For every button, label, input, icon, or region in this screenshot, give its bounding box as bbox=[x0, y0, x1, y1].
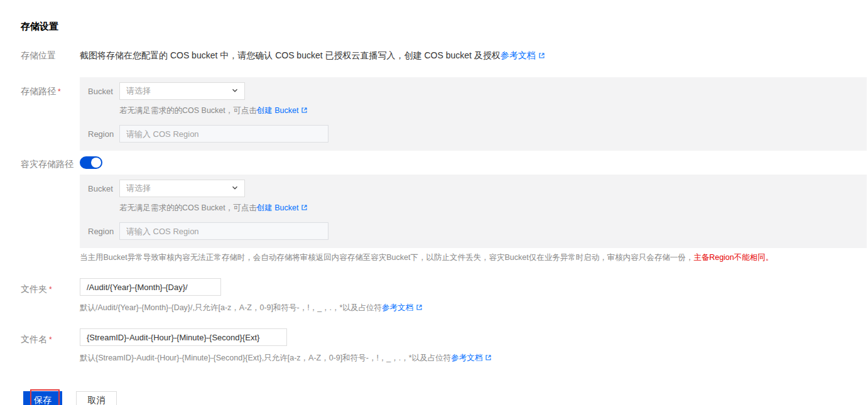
required-asterisk: * bbox=[58, 87, 61, 96]
primary-region-input[interactable] bbox=[119, 125, 328, 143]
primary-region-label: Region bbox=[88, 129, 119, 139]
external-link-icon bbox=[416, 303, 423, 314]
disaster-bucket-helper: 若无满足需求的的COS Bucket，可点击创建 Bucket bbox=[119, 203, 867, 214]
create-bucket-link[interactable]: 创建 Bucket bbox=[257, 106, 299, 115]
filename-label: 文件名* bbox=[21, 328, 80, 346]
disaster-warning-row: 当主用Bucket异常导致审核内容无法正常存储时，会自动存储将审核返回内容存储至… bbox=[21, 252, 868, 263]
primary-bucket-select-placeholder: 请选择 bbox=[126, 85, 151, 97]
reference-doc-link[interactable]: 参考文档 bbox=[501, 50, 536, 60]
disaster-path-row: Bucket 请选择 若无满足需求的的COS Bucket，可点击创建 Buck… bbox=[21, 175, 868, 248]
reference-doc-link[interactable]: 参考文档 bbox=[451, 354, 482, 362]
primary-bucket-helper-text: 若无满足需求的的COS Bucket，可点击 bbox=[119, 106, 257, 115]
storage-location-row: 存储位置 截图将存储在您配置的 COS bucket 中，请您确认 COS bu… bbox=[21, 49, 868, 62]
save-button[interactable]: 保存 bbox=[23, 391, 62, 405]
cancel-button[interactable]: 取消 bbox=[76, 391, 117, 405]
storage-location-label: 存储位置 bbox=[21, 49, 80, 62]
disaster-recovery-toggle[interactable] bbox=[80, 156, 102, 169]
page-title: 存储设置 bbox=[21, 21, 868, 33]
folder-field: 默认/Audit/{Year}-{Month}-{Day}/,只允许[a-z，A… bbox=[80, 278, 423, 314]
disaster-bucket-helper-text: 若无满足需求的的COS Bucket，可点击 bbox=[119, 203, 257, 212]
external-link-icon bbox=[301, 203, 308, 214]
disaster-bucket-panel: Bucket 请选择 若无满足需求的的COS Bucket，可点击创建 Buck… bbox=[80, 175, 867, 248]
filename-helper: 默认{StreamID}-Audit-{Hour}-{Minute}-{Seco… bbox=[80, 353, 492, 364]
storage-path-label: 存储路径* bbox=[21, 77, 80, 98]
external-link-icon bbox=[485, 354, 492, 364]
disaster-bucket-field: Bucket 请选择 bbox=[88, 180, 867, 197]
storage-settings-form: 存储设置 存储位置 截图将存储在您配置的 COS bucket 中，请您确认 C… bbox=[0, 0, 868, 405]
disaster-warning-red: 主备Region不能相同。 bbox=[693, 253, 773, 262]
filename-input[interactable] bbox=[80, 328, 287, 346]
primary-region-field: Region bbox=[88, 125, 867, 143]
filename-row: 文件名* 默认{StreamID}-Audit-{Hour}-{Minute}-… bbox=[21, 328, 868, 364]
disaster-bucket-label: Bucket bbox=[88, 184, 119, 193]
primary-bucket-helper: 若无满足需求的的COS Bucket，可点击创建 Bucket bbox=[119, 105, 867, 117]
storage-location-description: 截图将存储在您配置的 COS bucket 中，请您确认 COS bucket … bbox=[80, 50, 501, 60]
chevron-down-icon bbox=[231, 86, 239, 96]
primary-bucket-field: Bucket 请选择 bbox=[88, 82, 867, 100]
storage-path-row: 存储路径* Bucket 请选择 若无满足需求的的COS Bucket，可点击创… bbox=[21, 77, 868, 151]
external-link-icon bbox=[538, 50, 545, 62]
disaster-region-input[interactable] bbox=[119, 222, 328, 240]
folder-helper-text: 默认/Audit/{Year}-{Month}-{Day}/,只允许[a-z，A… bbox=[80, 303, 382, 312]
primary-bucket-label: Bucket bbox=[88, 87, 119, 96]
disaster-recovery-row: 容灾存储路径 bbox=[21, 156, 868, 170]
required-asterisk: * bbox=[49, 335, 52, 344]
required-asterisk: * bbox=[49, 285, 52, 294]
disaster-bucket-select[interactable]: 请选择 bbox=[119, 180, 245, 197]
primary-bucket-panel: Bucket 请选择 若无满足需求的的COS Bucket，可点击创建 Buck… bbox=[80, 77, 867, 151]
disaster-region-label: Region bbox=[88, 227, 119, 236]
disaster-recovery-label: 容灾存储路径 bbox=[21, 156, 80, 170]
disaster-bucket-select-placeholder: 请选择 bbox=[126, 183, 151, 194]
reference-doc-link[interactable]: 参考文档 bbox=[382, 303, 413, 312]
chevron-down-icon bbox=[231, 183, 239, 193]
create-bucket-link[interactable]: 创建 Bucket bbox=[257, 203, 299, 212]
folder-helper: 默认/Audit/{Year}-{Month}-{Day}/,只允许[a-z，A… bbox=[80, 303, 423, 314]
folder-label: 文件夹* bbox=[21, 278, 80, 296]
primary-bucket-select[interactable]: 请选择 bbox=[119, 82, 245, 100]
disaster-warning-text: 当主用Bucket异常导致审核内容无法正常存储时，会自动存储将审核返回内容存储至… bbox=[80, 252, 773, 263]
form-actions: 保存 取消 bbox=[23, 391, 868, 405]
save-button-wrapper: 保存 bbox=[23, 391, 62, 405]
disaster-region-field: Region bbox=[88, 222, 867, 240]
external-link-icon bbox=[301, 106, 308, 117]
filename-field: 默认{StreamID}-Audit-{Hour}-{Minute}-{Seco… bbox=[80, 328, 492, 364]
folder-input[interactable] bbox=[80, 278, 221, 296]
storage-location-text: 截图将存储在您配置的 COS bucket 中，请您确认 COS bucket … bbox=[80, 49, 545, 62]
filename-helper-text: 默认{StreamID}-Audit-{Hour}-{Minute}-{Seco… bbox=[80, 354, 451, 362]
disaster-warning-gray: 当主用Bucket异常导致审核内容无法正常存储时，会自动存储将审核返回内容存储至… bbox=[80, 253, 693, 262]
folder-row: 文件夹* 默认/Audit/{Year}-{Month}-{Day}/,只允许[… bbox=[21, 278, 868, 314]
toggle-knob bbox=[91, 158, 101, 168]
